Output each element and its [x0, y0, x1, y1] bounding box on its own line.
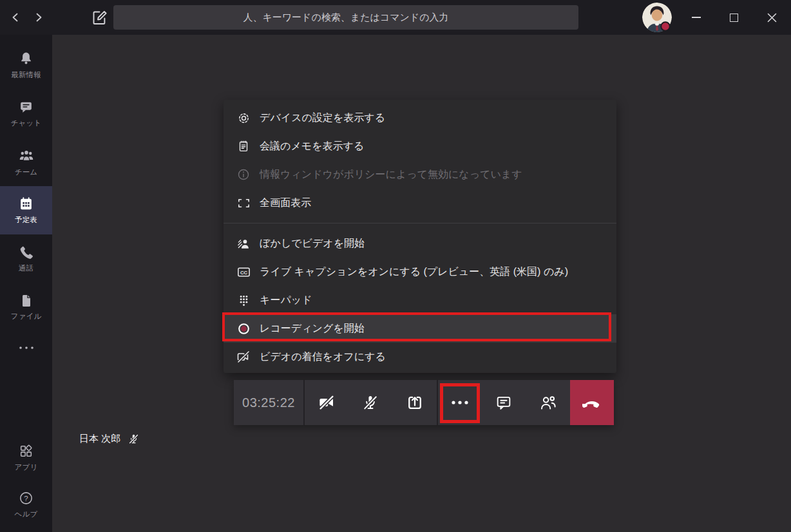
title-bar: 人、キーワードの検索、またはコマンドの入力 — [0, 0, 791, 35]
sidebar-item-label: ファイル — [11, 312, 42, 321]
menu-item-device-settings[interactable]: デバイスの設定を表示する — [224, 104, 616, 132]
new-chat-button[interactable] — [86, 0, 112, 35]
sidebar-item-calendar[interactable]: 予定表 — [0, 186, 52, 234]
minimize-button[interactable] — [677, 0, 715, 35]
sidebar-item-chat[interactable]: チャット — [0, 90, 52, 138]
svg-text:CC: CC — [240, 269, 247, 275]
compose-icon — [91, 9, 108, 26]
close-button[interactable] — [753, 0, 791, 35]
sidebar-item-activity[interactable]: 最新情報 — [0, 41, 52, 90]
live-captions-icon: CC — [236, 264, 251, 280]
help-icon: ? — [18, 490, 34, 506]
mic-off-icon — [361, 394, 379, 412]
avatar[interactable] — [642, 3, 672, 32]
info-icon — [236, 167, 251, 182]
chat-bubble-icon — [495, 394, 513, 412]
sidebar-item-teams[interactable]: チーム — [0, 138, 52, 186]
share-button[interactable] — [393, 380, 437, 425]
menu-item-meeting-notes[interactable]: 会議のメモを表示する — [224, 132, 616, 160]
minimize-icon — [692, 17, 701, 18]
menu-item-keypad[interactable]: キーパッド — [224, 286, 616, 314]
maximize-icon — [730, 14, 738, 22]
menu-item-label: デバイスの設定を表示する — [260, 111, 385, 125]
people-icon — [538, 393, 558, 412]
sidebar-item-files[interactable]: ファイル — [0, 283, 52, 331]
teams-icon — [18, 147, 35, 164]
mic-muted-icon — [128, 433, 140, 445]
camera-off-button[interactable] — [305, 380, 348, 425]
more-options-menu: デバイスの設定を表示する 会議のメモを表示する — [224, 100, 616, 373]
sidebar-item-apps[interactable]: アプリ — [0, 434, 52, 481]
calendar-icon — [18, 196, 34, 212]
meeting-stage: デバイスの設定を表示する 会議のメモを表示する — [52, 35, 791, 532]
search-input[interactable]: 人、キーワードの検索、またはコマンドの入力 — [113, 5, 578, 30]
menu-item-info-disabled: 情報ウィンドウがポリシーによって無効になっています — [224, 160, 616, 189]
mic-off-button[interactable] — [348, 380, 392, 425]
menu-item-label: 情報ウィンドウがポリシーによって無効になっています — [260, 168, 522, 182]
phone-icon — [18, 244, 34, 260]
apps-icon — [18, 443, 34, 459]
blur-video-icon — [236, 236, 251, 251]
chat-button[interactable] — [482, 380, 526, 425]
participant-name: 日本 次郎 — [79, 433, 120, 445]
fullscreen-icon — [236, 195, 251, 211]
video-off-icon — [236, 349, 251, 365]
menu-item-turn-off-incoming-video[interactable]: ビデオの着信をオフにする — [224, 343, 616, 371]
people-button[interactable] — [526, 380, 570, 425]
sidebar-item-label: 予定表 — [15, 215, 37, 225]
bell-icon — [18, 51, 34, 67]
menu-item-label: 全画面表示 — [260, 196, 311, 210]
keypad-icon — [236, 292, 251, 308]
call-timer: 03:25:22 — [234, 380, 305, 425]
back-button[interactable] — [4, 0, 27, 35]
sidebar-item-label: チーム — [15, 167, 38, 177]
sidebar-item-help[interactable]: ? ヘルプ — [0, 481, 52, 528]
participant-label: 日本 次郎 — [79, 433, 140, 445]
meeting-notes-icon — [236, 138, 251, 154]
menu-item-fullscreen[interactable]: 全画面表示 — [224, 189, 616, 217]
sidebar-item-label: ヘルプ — [15, 509, 38, 519]
camera-off-icon — [317, 393, 336, 412]
maximize-button[interactable] — [715, 0, 753, 35]
teams-window: 人、キーワードの検索、またはコマンドの入力 — [0, 0, 791, 532]
menu-item-live-captions[interactable]: CC ライブ キャプションをオンにする (プレビュー、英語 (米国) のみ) — [224, 258, 616, 286]
sidebar-item-label: チャット — [11, 119, 42, 128]
chat-icon — [18, 99, 34, 115]
svg-text:?: ? — [24, 495, 28, 502]
hangup-icon — [582, 393, 602, 412]
window-controls — [677, 0, 791, 35]
sidebar-item-calls[interactable]: 通話 — [0, 234, 52, 283]
sidebar-item-label: 最新情報 — [11, 70, 41, 80]
status-busy-dot — [661, 22, 670, 31]
menu-item-label: ぼかしでビデオを開始 — [260, 237, 365, 251]
ellipsis-icon — [18, 345, 35, 350]
menu-item-start-recording[interactable]: レコーディングを開始 — [224, 314, 616, 343]
record-icon — [236, 321, 251, 336]
call-control-bar: 03:25:22 — [234, 380, 614, 425]
menu-item-label: 会議のメモを表示する — [260, 140, 364, 153]
menu-item-label: ライブ キャプションをオンにする (プレビュー、英語 (米国) のみ) — [260, 265, 568, 279]
more-options-button[interactable] — [437, 380, 482, 425]
menu-item-label: ビデオの着信をオフにする — [260, 350, 386, 364]
chevron-right-icon — [33, 12, 44, 23]
chevron-left-icon — [10, 12, 21, 23]
sidebar-item-label: 通話 — [19, 263, 33, 273]
menu-item-label: キーパッド — [260, 294, 312, 307]
settings-gear-icon — [236, 110, 251, 126]
forward-button[interactable] — [27, 0, 50, 35]
menu-divider — [224, 223, 616, 223]
hangup-button[interactable] — [570, 380, 614, 425]
close-icon — [767, 13, 777, 23]
share-screen-icon — [405, 393, 424, 412]
menu-item-blur-video[interactable]: ぼかしでビデオを開始 — [224, 229, 616, 258]
sidebar-item-more[interactable] — [0, 331, 52, 365]
menu-item-label: レコーディングを開始 — [260, 322, 365, 336]
files-icon — [19, 293, 34, 309]
more-dots-icon — [450, 399, 470, 406]
app-sidebar: 最新情報 チャット — [0, 35, 52, 532]
sidebar-item-label: アプリ — [15, 462, 38, 472]
